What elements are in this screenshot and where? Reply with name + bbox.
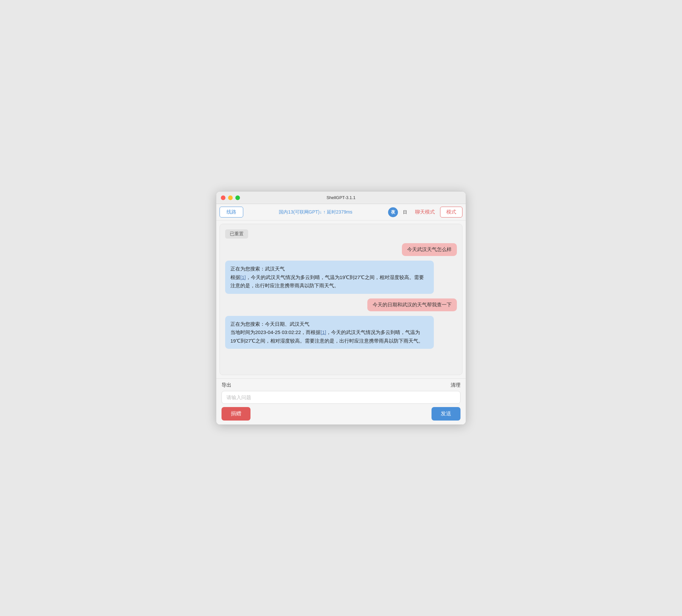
user-message-2: 今天的日期和武汉的天气帮我查一下 bbox=[367, 298, 457, 311]
send-button[interactable]: 发送 bbox=[432, 407, 460, 420]
input-row bbox=[222, 391, 460, 404]
chat-mode-button[interactable]: 聊天模式 bbox=[412, 207, 438, 217]
title-bar: ShellGPT-3.1.1 bbox=[216, 191, 466, 204]
bottom-bar: 导出 清理 捐赠 发送 bbox=[216, 379, 466, 425]
app-window: ShellGPT-3.1.1 线路 国内13(可联网GPT)↓ ↑ 延时2379… bbox=[216, 191, 466, 425]
chat-area: 已重置 今天武汉天气怎么样 正在为您搜索：武汉天气 根据[1]，今天的武汉天气情… bbox=[220, 224, 462, 375]
close-button[interactable] bbox=[221, 196, 225, 200]
bottom-buttons: 捐赠 发送 bbox=[222, 407, 460, 420]
donate-button[interactable]: 捐赠 bbox=[222, 407, 250, 420]
toolbar: 线路 国内13(可联网GPT)↓ ↑ 延时2379ms 夜 日 聊天模式 模式 bbox=[216, 204, 466, 221]
ref-1: [1] bbox=[240, 274, 246, 280]
ai-message-2: 正在为您搜索：今天日期、武汉天气 当地时间为2023-04-25 03:02:2… bbox=[225, 316, 434, 349]
maximize-button[interactable] bbox=[235, 196, 240, 200]
user-message-1: 今天武汉天气怎么样 bbox=[402, 243, 457, 256]
minimize-button[interactable] bbox=[228, 196, 233, 200]
export-button[interactable]: 导出 bbox=[222, 382, 231, 388]
night-mode-button[interactable]: 夜 bbox=[388, 207, 398, 217]
reset-badge: 已重置 bbox=[225, 229, 248, 238]
window-controls bbox=[221, 196, 240, 200]
ai-message-1: 正在为您搜索：武汉天气 根据[1]，今天的武汉天气情况为多云到晴，气温为19℃到… bbox=[225, 260, 434, 294]
day-mode-button[interactable]: 日 bbox=[400, 207, 410, 217]
window-title: ShellGPT-3.1.1 bbox=[326, 195, 356, 200]
route-button[interactable]: 线路 bbox=[220, 207, 243, 218]
ref-2: [1] bbox=[321, 329, 326, 335]
clear-button[interactable]: 清理 bbox=[451, 382, 460, 388]
route-info: 国内13(可联网GPT)↓ ↑ 延时2379ms bbox=[245, 209, 386, 215]
bottom-actions: 导出 清理 bbox=[222, 382, 460, 388]
mode-button[interactable]: 模式 bbox=[440, 207, 462, 218]
chat-input[interactable] bbox=[226, 394, 456, 400]
